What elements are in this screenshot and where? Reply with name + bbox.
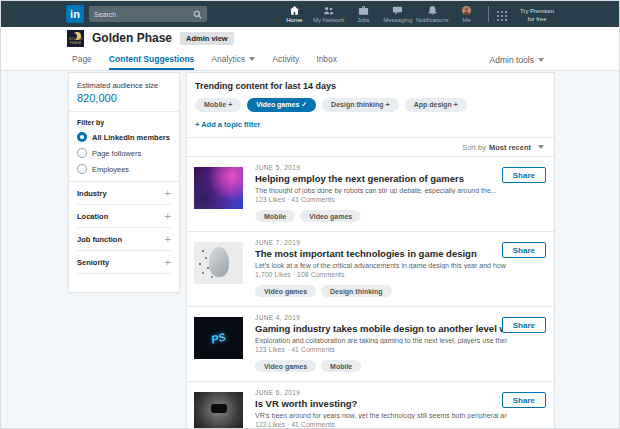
- company-logo[interactable]: GOLDEN PHASE: [67, 30, 84, 47]
- filter-section-industry[interactable]: Industry +: [77, 182, 171, 205]
- article-body: JUNE 7, 2019 The most important technolo…: [255, 239, 507, 297]
- article-date: JUNE 5, 2019: [255, 164, 507, 171]
- article-tag[interactable]: Video games: [300, 210, 361, 222]
- linkedin-logo[interactable]: in: [66, 5, 84, 23]
- article-stats: 123 Likes · 41 Comments: [255, 346, 507, 353]
- share-button[interactable]: Share: [502, 392, 546, 408]
- nav-item-jobs[interactable]: Jobs: [346, 1, 381, 27]
- admin-view-badge: Admin view: [180, 32, 234, 45]
- nav-label: Notifications: [416, 17, 449, 23]
- article-stats: 123 Likes · 41 Comments: [255, 421, 507, 428]
- share-button[interactable]: Share: [502, 317, 546, 333]
- filter-section-location[interactable]: Location +: [77, 205, 171, 228]
- audience-size-value: 820,000: [77, 92, 171, 104]
- search-icon: [193, 10, 202, 19]
- nav-label: Home: [286, 17, 302, 23]
- tab-content-suggestions[interactable]: Content Suggestions: [109, 49, 194, 70]
- article-tags: Video gamesMobile: [255, 360, 507, 372]
- thumbnail-text: PS: [210, 330, 227, 345]
- tab-page[interactable]: Page: [72, 49, 92, 70]
- chip-app-design[interactable]: App design +: [405, 98, 467, 112]
- article-body: JUNE 6, 2019 Is VR worth investing? VR's…: [255, 389, 507, 429]
- article-title[interactable]: The most important technologies in game …: [255, 248, 507, 259]
- article-row: PS JUNE 4, 2019 Gaming industry takes mo…: [187, 307, 554, 382]
- filter-section-job-function[interactable]: Job function +: [77, 228, 171, 251]
- article-tag[interactable]: Design thinking: [321, 285, 392, 297]
- nav-item-messaging[interactable]: Messaging: [381, 1, 416, 27]
- share-button[interactable]: Share: [502, 242, 546, 258]
- chip-design-thinking[interactable]: Design thinking +: [322, 98, 399, 112]
- add-topic-filter-link[interactable]: + Add a topic filter: [195, 120, 554, 129]
- nav-divider: [488, 6, 489, 22]
- radio-all-linkedin-members[interactable]: All LinkedIn members: [77, 132, 171, 142]
- trending-title: Trending content for last 14 days: [195, 81, 554, 91]
- plus-icon: +: [165, 188, 171, 199]
- article-tag[interactable]: Mobile: [255, 210, 295, 222]
- article-date: JUNE 7, 2019: [255, 239, 507, 246]
- chevron-down-icon: [538, 145, 544, 149]
- article-row: JUNE 7, 2019 The most important technolo…: [187, 232, 554, 307]
- jobs-icon: [358, 5, 369, 16]
- topic-chips: Mobile + Video games ✓ Design thinking +…: [195, 98, 554, 112]
- article-title[interactable]: Is VR worth investing?: [255, 398, 507, 409]
- article-title[interactable]: Helping employ the next generation of ga…: [255, 173, 507, 184]
- article-description: Exploration and collaboration are taking…: [255, 337, 507, 344]
- nav-label: Jobs: [357, 17, 370, 23]
- primary-nav: Home My Network Jobs: [277, 1, 484, 27]
- nav-item-me[interactable]: Me: [450, 1, 485, 27]
- radio-employees[interactable]: Employees: [77, 164, 171, 174]
- radio-page-followers[interactable]: Page followers: [77, 148, 171, 158]
- nav-item-home[interactable]: Home: [277, 1, 312, 27]
- logo-caption: GOLDEN PHASE: [67, 38, 84, 45]
- plus-icon: +: [165, 211, 171, 222]
- tab-activity[interactable]: Activity: [272, 49, 299, 70]
- messaging-icon: [392, 5, 403, 16]
- content-area: Estimated audience size 820,000 Filter b…: [1, 71, 619, 428]
- article-description: The thought of jobs done by robots can s…: [255, 187, 507, 194]
- article-tags: Video gamesDesign thinking: [255, 285, 507, 297]
- article-description: VR's been around for years now, yet the …: [255, 412, 507, 419]
- trending-content-panel: Trending content for last 14 days Mobile…: [187, 73, 554, 429]
- share-button[interactable]: Share: [502, 167, 546, 183]
- nav-item-notifications[interactable]: Notifications: [415, 1, 450, 27]
- article-thumbnail[interactable]: [194, 242, 243, 284]
- audience-filter-sidebar: Estimated audience size 820,000 Filter b…: [69, 73, 179, 292]
- article-thumbnail[interactable]: PS: [194, 317, 243, 359]
- apps-grid-icon[interactable]: [496, 8, 508, 20]
- audience-size-label: Estimated audience size: [77, 81, 171, 90]
- radio-icon: [77, 164, 87, 174]
- article-thumbnail[interactable]: [194, 167, 243, 209]
- article-body: JUNE 4, 2019 Gaming industry takes mobil…: [255, 314, 507, 372]
- article-tag[interactable]: Video games: [255, 285, 316, 297]
- article-title[interactable]: Gaming industry takes mobile design to a…: [255, 323, 507, 334]
- tab-inbox[interactable]: Inbox: [316, 49, 337, 70]
- article-list: JUNE 5, 2019 Helping employ the next gen…: [187, 157, 554, 429]
- nav-label: Me: [463, 17, 471, 23]
- admin-tools-dropdown[interactable]: Admin tools: [490, 49, 544, 71]
- notifications-icon: [427, 5, 438, 16]
- search-input[interactable]: Search: [89, 6, 207, 22]
- nav-label: My Network: [313, 17, 345, 23]
- article-tag[interactable]: Mobile: [321, 360, 361, 372]
- article-description: Let's look at a few of the critical adva…: [255, 262, 507, 269]
- premium-line2: for free: [511, 16, 563, 24]
- page-title: Golden Phase: [92, 31, 172, 45]
- article-thumbnail[interactable]: [194, 392, 243, 429]
- chip-mobile[interactable]: Mobile +: [195, 98, 241, 112]
- search-placeholder: Search: [94, 11, 193, 18]
- divider: [69, 111, 179, 112]
- radio-icon: [77, 148, 87, 158]
- tab-analytics[interactable]: Analytics: [211, 49, 255, 70]
- chevron-down-icon: [538, 58, 544, 62]
- chip-video-games[interactable]: Video games ✓: [247, 98, 316, 112]
- article-tag[interactable]: Video games: [255, 360, 316, 372]
- try-premium-link[interactable]: Try Premium for free: [511, 8, 563, 23]
- article-stats: 123 Likes · 41 Comments: [255, 196, 507, 203]
- me-avatar: [461, 5, 472, 16]
- linkedin-admin-page: in Search Home My N: [0, 0, 620, 429]
- article-date: JUNE 4, 2019: [255, 314, 507, 321]
- nav-item-my-network[interactable]: My Network: [312, 1, 347, 27]
- sort-dropdown[interactable]: Sort by Most recent: [187, 138, 554, 157]
- article-row: JUNE 6, 2019 Is VR worth investing? VR's…: [187, 382, 554, 429]
- filter-section-seniority[interactable]: Seniority +: [77, 251, 171, 274]
